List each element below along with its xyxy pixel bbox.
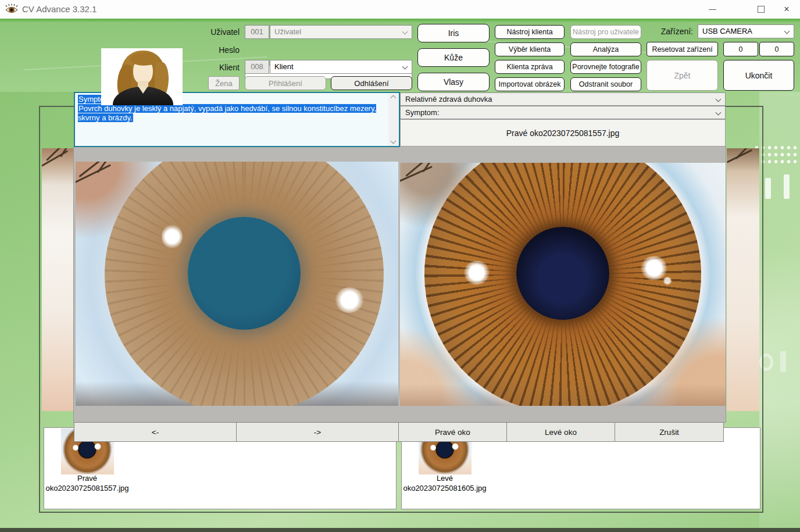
back-button[interactable]: Zpět (647, 60, 718, 91)
import-image-button[interactable]: Importovat obrázek (495, 77, 565, 91)
right-eye-button[interactable]: Pravé oko (398, 422, 507, 442)
eyelash (60, 148, 73, 158)
diagnosis-select[interactable]: Relativně zdravá duhovka (400, 92, 726, 106)
close-button[interactable]: × (773, 0, 800, 19)
diagnosis-select-value: Relativně zdravá duhovka (405, 95, 492, 103)
next-image-button[interactable]: -> (236, 422, 399, 442)
close-icon: × (784, 4, 789, 15)
client-report-button[interactable]: Klienta zpráva (495, 60, 565, 74)
maximize-button[interactable] (748, 0, 774, 19)
logout-button[interactable]: Odhlášení (331, 76, 412, 90)
pupil (516, 227, 609, 320)
current-file-label: Pravé oko20230725081557.jpg (400, 119, 726, 147)
user-select-value: Uživatel (274, 27, 301, 36)
symptom-select-value: Symptom: (405, 108, 440, 117)
exit-button[interactable]: Ukončit (723, 60, 794, 91)
right-eye-photo-viewer (76, 162, 398, 406)
device-select[interactable]: USB CAMERA (698, 24, 794, 38)
user-avatar (101, 48, 183, 105)
login-button[interactable]: Přihlášení (245, 76, 326, 90)
client-label: Klient (192, 63, 240, 72)
window-title: CV Advance 3.32.1 (22, 0, 97, 19)
left-eye-button[interactable]: Levé oko (506, 422, 615, 442)
compare-photos-button[interactable]: Porovnejte fotografie (570, 60, 641, 74)
header-toolbar: Uživatel 001 Uživatel Heslo •••••• Klien… (0, 22, 800, 92)
client-select-button[interactable]: Výběr klienta (495, 42, 565, 56)
symptom-body-selected: Povrch duhovky je lesklý a napjatý, vypa… (78, 104, 376, 122)
light-reflection (335, 287, 364, 313)
skin-button[interactable]: Kůže (417, 48, 490, 67)
analysis-button[interactable]: Analýza (570, 42, 641, 56)
user-tool-button[interactable]: Nástroj pro uživatele (570, 25, 641, 39)
background-left-eye-image (42, 148, 74, 411)
chevron-down-icon (402, 64, 408, 70)
client-tool-button[interactable]: Nástroj klienta (495, 25, 565, 39)
avatar-vneck (138, 87, 148, 94)
background-pattern-band (759, 22, 800, 528)
background-right-eye-image (727, 148, 759, 411)
client-id-field[interactable]: 008 (245, 60, 269, 74)
reset-device-button[interactable]: Resetovat zařízení (647, 42, 718, 56)
user-select[interactable]: Uživatel (270, 25, 412, 39)
client-select[interactable]: Klient (270, 60, 412, 74)
app-eye-icon (5, 3, 19, 15)
bottom-strip (0, 528, 800, 532)
user-id-field[interactable]: 001 (245, 25, 269, 39)
light-reflection (162, 224, 183, 249)
light-reflection (641, 256, 667, 280)
left-eye-photo-viewer (400, 163, 726, 406)
password-label: Heslo (192, 45, 240, 55)
device-select-value: USB CAMERA (702, 27, 752, 35)
scroll-up-icon[interactable] (391, 95, 397, 101)
chevron-down-icon (716, 97, 722, 102)
gender-button[interactable]: Žena (208, 76, 240, 90)
light-reflection (464, 260, 490, 285)
device-label: Zařízení: (650, 27, 693, 36)
iris-button[interactable]: Iris (417, 24, 490, 42)
background-digit-bar (780, 351, 786, 372)
chevron-down-icon (402, 29, 408, 35)
client-select-value: Klient (274, 62, 294, 71)
titlebar: CV Advance 3.32.1 × (0, 0, 800, 19)
delete-file-button[interactable]: Odstranit soubor (570, 77, 641, 91)
scroll-down-icon[interactable] (391, 138, 397, 144)
pupil (188, 217, 301, 330)
prev-image-button[interactable]: <- (74, 422, 237, 442)
app-window: CV Advance 3.32.1 × Uživatel 001 Uživate… (0, 0, 800, 532)
background-digit-bar (784, 174, 790, 199)
minimize-button[interactable] (699, 0, 726, 19)
symptom-scrollbar[interactable] (388, 94, 398, 145)
chevron-down-icon (716, 110, 722, 116)
minimize-icon (709, 9, 716, 10)
symptom-select[interactable]: Symptom: (400, 106, 726, 119)
titlebar-accent-strip (0, 19, 800, 22)
right-eye-thumbnail-caption-line2: oko20230725081557.jpg (41, 484, 134, 492)
background-digit-bar (765, 178, 771, 199)
maximize-icon (758, 6, 765, 13)
cancel-button[interactable]: Zrušit (615, 422, 724, 442)
user-label: Uživatel (192, 27, 240, 37)
counter-right-button[interactable]: 0 (759, 42, 794, 56)
counter-left-button[interactable]: 0 (723, 42, 758, 56)
right-eye-thumbnail-caption-line1: Pravé (41, 474, 134, 483)
hair-button[interactable]: Vlasy (417, 73, 490, 91)
left-eye-thumbnail-caption-line1: Levé (398, 474, 491, 483)
left-eye-thumbnail-caption-line2: oko20230725081605.jpg (398, 484, 491, 492)
chevron-down-icon (784, 28, 790, 34)
navigation-row: <- -> Pravé oko Levé oko Zrušit (74, 422, 726, 442)
light-reflection (663, 277, 672, 285)
